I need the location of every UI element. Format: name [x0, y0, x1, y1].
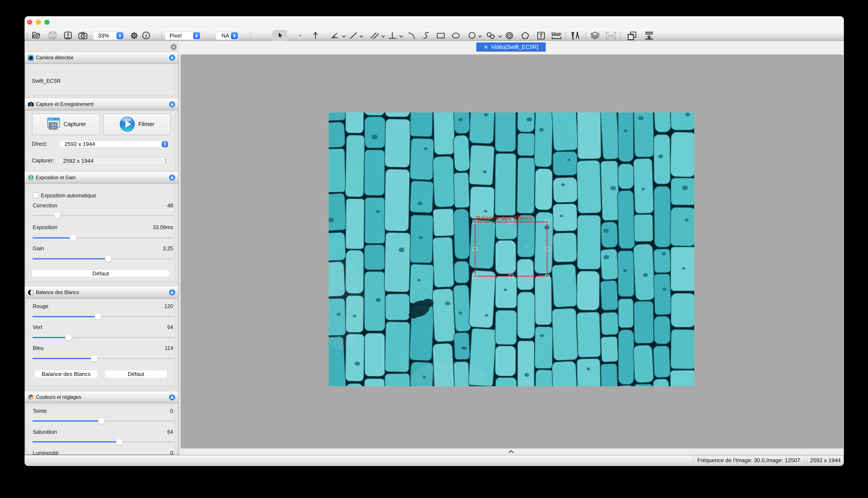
svg-text:CSV: CSV: [608, 34, 614, 37]
svg-text:i: i: [145, 32, 147, 38]
